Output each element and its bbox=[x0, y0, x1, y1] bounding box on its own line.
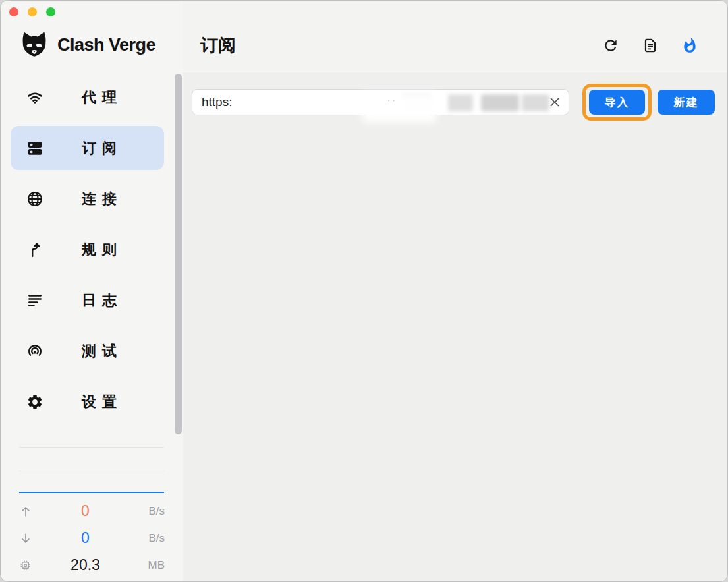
sidebar-item-proxy[interactable]: 代理 bbox=[11, 75, 164, 119]
window-controls bbox=[9, 7, 55, 16]
refresh-icon bbox=[602, 37, 619, 54]
download-speed-unit: B/s bbox=[134, 532, 165, 545]
arrow-up-icon bbox=[19, 505, 36, 518]
sidebar-item-connections[interactable]: 连接 bbox=[11, 177, 164, 221]
broadcast-icon bbox=[26, 343, 43, 360]
download-speed-value: 0 bbox=[36, 529, 134, 547]
sidebar-item-label: 订阅 bbox=[43, 138, 164, 158]
upload-speed-unit: B/s bbox=[134, 505, 165, 518]
sidebar-item-label: 规则 bbox=[43, 240, 164, 260]
sidebar-item-logs[interactable]: 日志 bbox=[11, 278, 164, 322]
memory-stat-row: 20.3 MB bbox=[19, 552, 165, 579]
globe-icon bbox=[26, 190, 43, 208]
memory-chip-icon bbox=[19, 559, 36, 571]
close-icon bbox=[549, 96, 561, 108]
sidebar-item-profiles[interactable]: 订阅 bbox=[11, 126, 164, 170]
new-profile-button[interactable]: 新建 bbox=[658, 90, 715, 115]
sidebar-item-settings[interactable]: 设置 bbox=[11, 380, 164, 424]
arrow-down-icon bbox=[19, 532, 36, 545]
sidebar-item-label: 代理 bbox=[43, 88, 164, 107]
flame-icon bbox=[681, 37, 698, 54]
profile-import-toolbar: ·· 导入 新建 bbox=[183, 73, 727, 121]
minimize-window-button[interactable] bbox=[28, 7, 37, 16]
subscription-url-input[interactable] bbox=[192, 90, 569, 115]
app-logo: Clash Verge bbox=[19, 30, 183, 60]
wifi-icon bbox=[26, 89, 43, 106]
page-title: 订阅 bbox=[200, 34, 236, 57]
logs-icon bbox=[26, 292, 43, 309]
sidebar-item-test[interactable]: 测试 bbox=[11, 329, 164, 373]
sidebar-scrollbar[interactable] bbox=[175, 74, 182, 434]
sidebar-item-rules[interactable]: 规则 bbox=[11, 227, 164, 272]
import-button[interactable]: 导入 bbox=[589, 90, 645, 115]
sidebar-item-label: 连接 bbox=[43, 189, 164, 209]
memory-usage-value: 20.3 bbox=[36, 556, 134, 574]
zoom-window-button[interactable] bbox=[46, 7, 55, 16]
profiles-icon bbox=[26, 140, 43, 157]
app-title: Clash Verge bbox=[57, 35, 155, 55]
fork-icon bbox=[26, 241, 43, 258]
header-actions bbox=[602, 37, 698, 54]
memory-usage-unit: MB bbox=[134, 559, 165, 572]
refresh-all-button[interactable] bbox=[602, 37, 619, 54]
view-runtime-config-button[interactable] bbox=[642, 37, 659, 54]
download-stat-row: 0 B/s bbox=[19, 525, 165, 552]
upload-stat-row: 0 B/s bbox=[19, 498, 165, 525]
document-icon bbox=[642, 37, 659, 54]
main-panel: 订阅 bbox=[183, 1, 727, 581]
sidebar-item-label: 测试 bbox=[43, 341, 164, 361]
enhance-profiles-button[interactable] bbox=[681, 37, 698, 54]
close-window-button[interactable] bbox=[9, 7, 18, 16]
graph-gridline bbox=[19, 471, 164, 471]
upload-speed-value: 0 bbox=[36, 502, 134, 520]
cat-logo-icon bbox=[19, 30, 49, 60]
app-window: Clash Verge 代理 bbox=[0, 0, 728, 582]
sidebar-item-label: 日志 bbox=[43, 291, 164, 310]
graph-traffic-line bbox=[19, 492, 164, 493]
clear-url-button[interactable] bbox=[546, 94, 563, 111]
sidebar-item-label: 设置 bbox=[43, 392, 164, 412]
sidebar-nav: 代理 订阅 bbox=[1, 75, 183, 430]
page-header: 订阅 bbox=[183, 1, 727, 73]
profiles-empty-area bbox=[183, 121, 727, 581]
sidebar: Clash Verge 代理 bbox=[1, 1, 183, 581]
traffic-graph bbox=[19, 447, 164, 493]
gear-icon bbox=[26, 393, 43, 411]
traffic-stats: 0 B/s 0 B/s 20.3 MB bbox=[19, 498, 165, 579]
url-input-wrapper: ·· bbox=[192, 89, 569, 115]
import-button-highlight: 导入 bbox=[582, 84, 652, 121]
